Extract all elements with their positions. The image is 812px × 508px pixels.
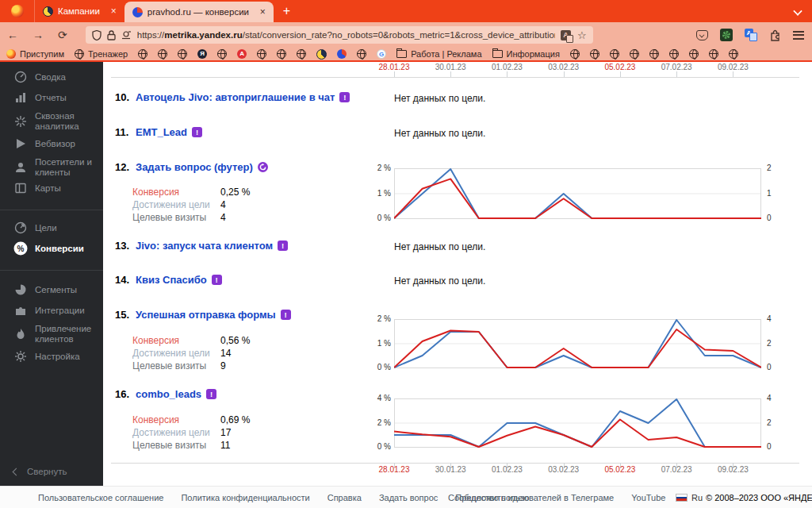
translate-page-icon[interactable]: A: [561, 30, 571, 40]
sidebar-collapse-button[interactable]: Свернуть: [13, 467, 67, 476]
bookmark-item-13[interactable]: [357, 49, 366, 59]
sidebar-item-burst[interactable]: Сквозная аналитика: [0, 111, 103, 132]
bookmark-item-25[interactable]: [729, 49, 738, 59]
bookmark-item-2[interactable]: [138, 49, 147, 59]
globe-icon: [75, 49, 84, 59]
url-bar[interactable]: https://metrika.yandex.ru/stat/conversio…: [86, 26, 593, 44]
bookmark-item-8[interactable]: [257, 49, 266, 59]
stat-row-goal-visits: Целевые визиты9: [132, 360, 354, 372]
bookmark-item-9[interactable]: [277, 49, 286, 59]
bookmark-label: Приступим: [20, 49, 64, 59]
url-text[interactable]: https://metrika.yandex.ru/stat/conversio…: [137, 30, 555, 40]
tab-close-icon[interactable]: ×: [111, 6, 117, 17]
sidebar-item-target[interactable]: Цели: [0, 221, 103, 235]
sidebar-item-label: Настройка: [35, 352, 80, 362]
bookmark-item-15[interactable]: Работа | Реклама: [396, 49, 481, 59]
sidebar-item-puzzle[interactable]: Интеграции: [0, 303, 103, 318]
globe-icon: [158, 49, 167, 59]
footer-link-1[interactable]: Политика конфиденциальности: [181, 493, 309, 502]
sidebar-item-gear[interactable]: Настройка: [0, 349, 103, 364]
tab-close-icon[interactable]: ×: [260, 6, 266, 17]
goal-link[interactable]: Jivo: запуск чата клиентом: [136, 240, 273, 252]
globe-icon: [357, 49, 366, 59]
goal-visits-label: Целевые визиты: [132, 360, 220, 371]
x-axis-date-label: 03.02.23: [536, 63, 592, 71]
stat-row-goal-reaches: Достижения цели14: [132, 347, 354, 360]
chart-plot-area[interactable]: [394, 398, 761, 448]
sidebar-item-percent[interactable]: %Конверсии: [0, 241, 103, 256]
sidebar-item-map[interactable]: Карты: [0, 181, 103, 195]
bookmark-item-16[interactable]: Информация: [492, 49, 560, 59]
y-axis-right-label: 0: [767, 363, 791, 371]
globe-icon: [610, 49, 619, 59]
bookmark-item-17[interactable]: [570, 49, 580, 59]
multicolor-site-icon: [337, 49, 347, 59]
stat-row-conversion: Конверсия0,25 %: [132, 186, 354, 198]
pocket-icon[interactable]: [696, 30, 708, 40]
bookmark-item-5[interactable]: Я: [197, 49, 207, 59]
bookmark-item-14[interactable]: G: [377, 49, 386, 59]
map-icon: [13, 181, 28, 195]
sidebar-item-bars[interactable]: Отчеты: [0, 90, 103, 105]
bookmark-item-7[interactable]: A: [237, 49, 247, 59]
bookmark-star-icon[interactable]: ☆: [577, 29, 587, 41]
back-button[interactable]: ←: [0, 29, 25, 41]
bookmark-item-10[interactable]: [297, 49, 306, 59]
bookmark-item-22[interactable]: [669, 49, 679, 59]
footer-link-3[interactable]: Задать вопрос: [379, 493, 438, 502]
globe-icon: [178, 49, 187, 59]
browser-tab-1[interactable]: pravhod.ru — конверсии — Янд×: [124, 2, 274, 22]
bookmark-item-24[interactable]: [709, 49, 718, 59]
tab-title: Кампании: [58, 6, 100, 16]
goal-link[interactable]: Задать вопрос (футер): [136, 161, 253, 173]
lock-icon[interactable]: [107, 30, 116, 40]
footer-social-link-0[interactable]: Сообщество пользователей в Телеграме: [448, 493, 614, 502]
yandex-direct-favicon-icon: [43, 6, 53, 17]
reload-button[interactable]: ⟳: [51, 29, 75, 41]
tab-list-chevron-icon[interactable]: [793, 6, 802, 15]
no-data-text: Нет данных по цели.: [394, 275, 485, 287]
sidebar-item-play[interactable]: Вебвизор: [0, 137, 103, 151]
adblock-extension-icon[interactable]: [720, 29, 733, 41]
goal-link[interactable]: Квиз Спасибо: [136, 274, 207, 286]
bookmark-item-1[interactable]: Тренажер: [75, 49, 128, 59]
footer-link-0[interactable]: Пользовательское соглашение: [38, 493, 163, 502]
translate-extension-icon[interactable]: [745, 29, 757, 41]
extensions-puzzle-icon[interactable]: [769, 29, 781, 41]
bookmark-item-18[interactable]: [590, 49, 599, 59]
forward-button[interactable]: →: [25, 29, 51, 41]
sidebar-item-pie[interactable]: Сегменты: [0, 283, 103, 297]
bookmark-item-21[interactable]: [649, 49, 659, 59]
bookmark-item-6[interactable]: [217, 49, 227, 59]
bookmark-item-12[interactable]: [337, 49, 347, 59]
goal-link[interactable]: combo_leads: [136, 388, 201, 400]
y-axis-right-label: 4: [767, 314, 791, 323]
chart-plot-area[interactable]: [394, 319, 761, 368]
browser-tab-0[interactable]: Кампании×: [35, 0, 124, 22]
bookmark-item-20[interactable]: [630, 49, 639, 59]
goal-link[interactable]: Успешная отправка формы: [136, 309, 276, 321]
permissions-icon[interactable]: [121, 30, 132, 40]
language-switcher[interactable]: Ru: [676, 493, 703, 502]
bookmark-item-11[interactable]: [316, 49, 327, 60]
sidebar-item-gauge[interactable]: Сводка: [0, 70, 103, 84]
bookmark-item-0[interactable]: Приступим: [6, 49, 64, 59]
chart-plot-area[interactable]: [394, 168, 761, 219]
conversion-value: 0,56 %: [220, 335, 250, 346]
firefox-app-button[interactable]: [0, 0, 35, 22]
sidebar-item-person[interactable]: Посетители и клиенты: [0, 157, 103, 178]
shield-icon[interactable]: [92, 30, 102, 40]
bookmark-item-4[interactable]: [178, 49, 187, 59]
menu-hamburger-icon[interactable]: [793, 31, 804, 40]
new-tab-button[interactable]: +: [274, 1, 300, 21]
series-conversion: [394, 420, 761, 448]
bookmark-item-19[interactable]: [610, 49, 619, 59]
footer-link-2[interactable]: Справка: [327, 493, 362, 502]
goal-link[interactable]: Автоцель Jivo: автоприглашение в чат: [136, 91, 335, 103]
goal-link[interactable]: EMT_Lead: [136, 126, 187, 138]
goal-row-title: 16.combo_leads!: [115, 388, 216, 400]
sidebar-item-flame[interactable]: Привлечение клиентов: [0, 324, 103, 344]
bookmark-item-23[interactable]: [689, 49, 699, 59]
bookmark-item-3[interactable]: [158, 49, 167, 59]
footer-social-link-1[interactable]: YouTube: [631, 493, 665, 502]
